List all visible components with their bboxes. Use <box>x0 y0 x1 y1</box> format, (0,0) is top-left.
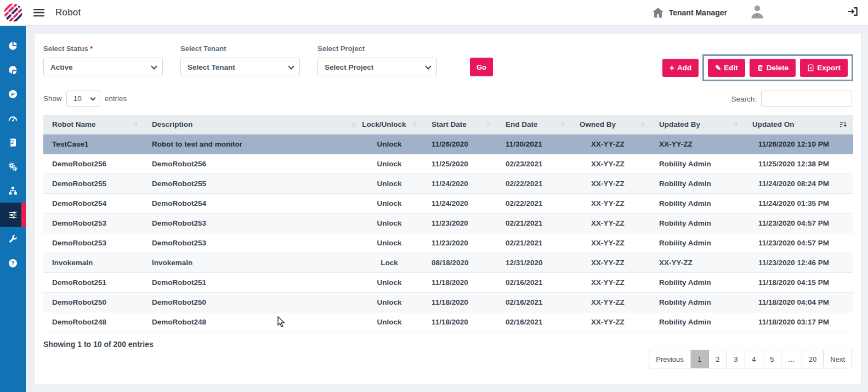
pagination-previous[interactable]: Previous <box>649 350 691 368</box>
column-header-updated-by[interactable]: Updated By↓↑ <box>650 115 744 134</box>
tenant-manager-link[interactable]: Tenant Manager <box>652 7 727 18</box>
table-row[interactable]: DemoRobot248DemoRobot248Unlock11/18/2020… <box>43 312 853 332</box>
sidebar-item-pie-chart-2[interactable] <box>0 58 26 82</box>
column-header-start-date[interactable]: Start Date↓↑ <box>423 115 497 134</box>
table-cell: DemoRobot254 <box>43 193 143 213</box>
table-row[interactable]: DemoRobot250DemoRobot250Unlock11/18/2020… <box>43 292 853 312</box>
pagination-page-…[interactable]: … <box>781 350 802 368</box>
svg-text:P: P <box>11 91 15 97</box>
status-select[interactable]: Active <box>43 58 163 76</box>
column-header-owned-by[interactable]: Owned By↓↑ <box>571 115 650 134</box>
table-cell: XX-YY-ZZ <box>571 233 650 253</box>
page-size-select[interactable]: 10 <box>66 91 100 107</box>
pagination-page-5[interactable]: 5 <box>763 350 781 368</box>
table-cell: 02/23/2021 <box>497 154 571 173</box>
table-cell: 11/18/2020 04:04 PM <box>744 292 853 312</box>
sort-both-icon: ↓↑ <box>486 121 491 127</box>
pagination: Previous12345…20Next <box>649 350 852 368</box>
project-select[interactable]: Select Project <box>317 58 437 76</box>
table-row[interactable]: DemoRobot254DemoRobot254Unlock11/24/2020… <box>43 193 853 213</box>
pencil-icon: ✎ <box>715 64 721 72</box>
sidebar-item-settings[interactable] <box>0 154 26 178</box>
column-header-end-date[interactable]: End Date↓↑ <box>497 115 571 134</box>
edit-button[interactable]: ✎Edit <box>708 59 745 77</box>
table-cell: Unlock <box>361 154 423 173</box>
sidebar-nav: P? <box>0 26 26 392</box>
pagination-next[interactable]: Next <box>824 350 852 368</box>
table-row[interactable]: DemoRobot253DemoRobot253Unlock11/23/2020… <box>43 213 853 233</box>
table-cell: DemoRobot255 <box>43 173 143 193</box>
table-row[interactable]: DemoRobot253DemoRobot253Unlock11/23/2020… <box>43 233 853 253</box>
sidebar-item-sitemap[interactable] <box>0 178 26 203</box>
project-select-label: Select Project <box>317 44 437 53</box>
table-row[interactable]: DemoRobot256DemoRobot256Unlock11/25/2020… <box>43 154 853 173</box>
table-cell: 02/22/2021 <box>497 173 571 193</box>
column-label: Description <box>152 120 192 128</box>
app-logo <box>0 0 26 26</box>
table-cell: 12/31/2020 <box>497 253 571 272</box>
main-content: Select Status * Active Select Tenant Sel… <box>26 26 868 392</box>
sidebar-item-robot[interactable] <box>0 203 26 227</box>
sidebar-item-dashboard[interactable] <box>0 106 26 130</box>
delete-button[interactable]: Delete <box>750 59 796 77</box>
sort-both-icon: ↓↑ <box>560 121 565 127</box>
table-cell: 11/26/2020 <box>423 134 497 154</box>
chevron-down-icon <box>90 96 95 101</box>
table-cell: XX-YY-ZZ <box>571 272 650 292</box>
sort-desc-active-icon <box>839 121 848 128</box>
table-row[interactable]: InvokemainInvokemainLock08/18/202012/31/… <box>43 253 853 272</box>
table-cell: Robility Admin <box>650 292 744 312</box>
export-button[interactable]: x Export <box>800 59 848 77</box>
table-cell: 02/21/2021 <box>497 233 571 253</box>
table-cell: 02/16/2021 <box>497 312 571 332</box>
sidebar-item-logs[interactable] <box>0 130 26 154</box>
sidebar-item-process[interactable]: P <box>0 82 26 106</box>
pagination-page-4[interactable]: 4 <box>745 350 763 368</box>
search-input[interactable] <box>761 91 852 107</box>
table-cell: 02/16/2021 <box>497 292 571 312</box>
tenant-manager-label: Tenant Manager <box>669 8 727 17</box>
menu-toggle-icon[interactable] <box>33 8 44 17</box>
pagination-page-1[interactable]: 1 <box>691 350 709 368</box>
robot-table: Robot Name↓↑Description↓↑Lock/Unlock↓↑St… <box>43 115 853 332</box>
table-cell: Unlock <box>361 134 423 154</box>
table-cell: 11/24/2020 01:35 PM <box>744 193 853 213</box>
logout-button[interactable] <box>848 7 858 19</box>
logout-icon <box>848 7 858 16</box>
add-button[interactable]: +Add <box>662 59 699 77</box>
table-cell: XX-YY-ZZ <box>571 173 650 193</box>
chevron-down-icon <box>151 63 157 69</box>
column-label: Start Date <box>432 120 467 128</box>
user-avatar[interactable] <box>749 3 765 22</box>
table-cell: 02/22/2021 <box>497 193 571 213</box>
show-label: Show <box>43 94 62 103</box>
pagination-page-3[interactable]: 3 <box>727 350 745 368</box>
column-header-robot-name[interactable]: Robot Name↓↑ <box>43 115 143 134</box>
table-cell: XX-YY-ZZ <box>571 253 650 272</box>
go-button[interactable]: Go <box>470 58 493 76</box>
gauge-icon <box>8 113 18 124</box>
table-cell: DemoRobot253 <box>43 213 143 233</box>
column-header-description[interactable]: Description↓↑ <box>143 115 361 134</box>
table-cell: 11/23/2020 <box>423 233 497 253</box>
table-cell: DemoRobot250 <box>143 292 361 312</box>
pagination-page-2[interactable]: 2 <box>709 350 727 368</box>
table-cell: XX-YY-ZZ <box>571 134 650 154</box>
trash-icon <box>757 64 764 71</box>
svg-text:x: x <box>810 66 812 70</box>
sidebar-item-tools[interactable] <box>0 227 26 251</box>
column-header-updated-on[interactable]: Updated On <box>744 115 853 134</box>
table-row[interactable]: DemoRobot251DemoRobot251Unlock11/18/2020… <box>43 272 853 292</box>
table-row[interactable]: TestCase1Robot to test and monitorUnlock… <box>43 134 853 154</box>
column-header-lock-unlock[interactable]: Lock/Unlock↓↑ <box>361 115 423 134</box>
table-row[interactable]: DemoRobot255DemoRobot255Unlock11/24/2020… <box>43 173 853 193</box>
table-cell: 11/24/2020 <box>423 173 497 193</box>
p-circle-icon: P <box>8 89 18 99</box>
sidebar-item-help[interactable]: ? <box>0 251 26 275</box>
table-cell: DemoRobot253 <box>43 233 143 253</box>
table-cell: DemoRobot248 <box>143 312 361 332</box>
tenant-select[interactable]: Select Tenant <box>180 58 300 76</box>
pagination-page-20[interactable]: 20 <box>802 350 824 368</box>
sidebar-item-pie-chart[interactable] <box>0 33 26 58</box>
robot-panel: Select Status * Active Select Tenant Sel… <box>34 33 861 384</box>
